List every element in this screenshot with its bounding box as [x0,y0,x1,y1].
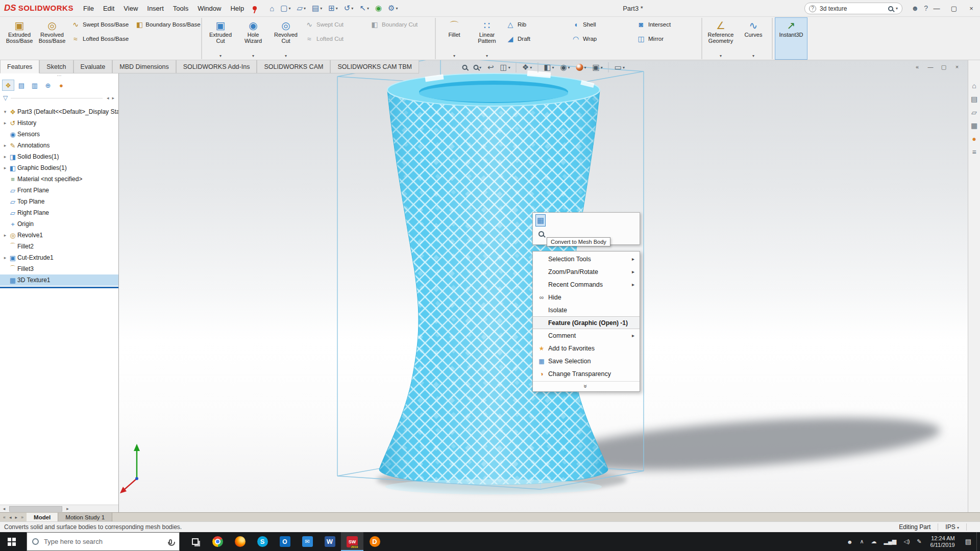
toolbar-button[interactable]: ▱▾ [294,2,308,14]
toolbar-button[interactable]: ▢▾ [278,2,293,14]
ribbon-button[interactable]: ◫ Mirror ▾ [634,32,699,46]
taskbar-app[interactable] [184,532,206,551]
ribbon-button[interactable]: ◖ Shell ▾ [569,17,634,32]
view-tool-button[interactable]: ▾ [516,62,517,72]
taskbar-search[interactable] [27,532,180,551]
expand-arrow-icon[interactable]: ▸ [2,154,8,159]
tray-button[interactable]: ▂▄▆ [880,532,900,551]
ribbon-button[interactable]: ◧ Boundary Boss/Base ▾ [134,17,199,32]
context-menu-item[interactable]: Isolate ▸ [533,304,640,316]
document-window-button[interactable]: « [912,62,923,71]
context-menu-item[interactable]: Recent Commands ▸ [533,278,640,291]
ribbon-button[interactable]: ◎ Revolved Boss/Base ▾ [36,17,68,60]
menu-item[interactable]: Window [193,0,226,17]
view-tool-button[interactable]: ↩ ▾ [485,62,497,73]
tree-root-item[interactable]: ▾ ❖ Part3 (Default<<Default>_Display Sta [0,106,118,117]
titlebar-button[interactable]: ? [924,4,928,12]
expand-arrow-icon[interactable]: ▸ [2,165,8,170]
ribbon-button[interactable]: ◠ Wrap ▾ [569,32,634,46]
ribbon-button[interactable]: ≈ Lofted Cut ▾ [302,32,368,46]
filter-icon[interactable]: ▽ [3,94,8,102]
taskbar-search-input[interactable] [43,537,165,546]
pin-icon[interactable] [253,6,257,10]
ribbon-button[interactable]: ▾ [201,18,202,59]
task-pane-tab[interactable]: ● [972,135,976,143]
context-menu-item[interactable]: ∞ Hide ▸ [533,291,640,304]
task-pane-tab[interactable]: ▱ [971,108,977,116]
ribbon-button[interactable]: ⌒ Fillet ▾ [438,17,471,60]
tree-item[interactable]: ▸ ▣ Cut-Extrude1 [0,252,118,263]
menu-item[interactable]: View [119,0,142,17]
task-pane-tab[interactable]: ⌂ [972,82,976,90]
expand-arrow-icon[interactable]: ▸ [2,255,8,260]
menu-item[interactable]: File [79,0,99,17]
model-tab[interactable]: Motion Study 1 [58,513,112,521]
ribbon-button[interactable]: ∿ Swept Cut ▾ [302,17,368,32]
show-desktop-button[interactable] [976,532,980,551]
view-tool-button[interactable]: ▭ ▾ [612,62,627,73]
tree-item[interactable]: ▸ ▦ 3D Texture1 [0,274,118,286]
tree-item[interactable]: ▸ ◧ Graphic Bodies(1) [0,162,118,173]
ribbon-button[interactable]: ◙ Intersect ▾ [634,17,699,32]
panel-grip[interactable]: ⋯ [0,73,118,79]
view-tool-button[interactable]: ▾ [608,62,609,72]
ribbon-button[interactable]: ▣ Extruded Cut ▾ [204,17,237,60]
tree-item[interactable]: ▸ ↺ History [0,117,118,129]
menu-item[interactable]: Edit [99,0,119,17]
collapse-arrow-icon[interactable]: ▾ [2,109,8,114]
tree-item[interactable]: ▸ ✎ Annotations [0,140,118,151]
toolbar-button[interactable]: ▤▾ [309,2,325,14]
task-pane-tab[interactable]: ▦ [971,121,977,130]
taskbar-app[interactable]: S [251,532,274,551]
ribbon-button[interactable]: △ Rib ▾ [503,17,569,32]
taskbar-app[interactable]: ✉ [296,532,318,551]
model-tab[interactable]: Model [27,513,58,521]
ribbon-button[interactable]: ◢ Draft ▾ [503,32,569,46]
view-tool-button[interactable]: ▾ [537,62,538,72]
featuremanager-tab[interactable]: ⊕ [42,80,54,91]
ribbon-button[interactable]: ▾ [701,18,702,59]
scroll-left-icon[interactable]: ◂ [0,506,8,511]
view-tool-button[interactable]: ▣ ▾ [590,62,605,73]
rollback-bar[interactable] [0,287,118,288]
featuremanager-tab[interactable]: ❖ [2,80,14,91]
ribbon-button[interactable]: ∿ Curves ▾ [737,17,770,60]
titlebar-button[interactable]: ☻ [911,4,919,12]
toolbar-button[interactable]: ↺▾ [341,2,356,14]
search-dropdown-icon[interactable]: ▾ [896,6,898,11]
start-button[interactable] [0,532,27,551]
scroll-right-icon[interactable]: ▸ [63,506,71,511]
ribbon-button[interactable]: ▾ [772,18,773,59]
document-window-button[interactable]: — [925,62,936,71]
commandmanager-tab[interactable]: MBD Dimensions [112,60,176,73]
window-control-button[interactable]: ▢ [945,0,963,16]
featuremanager-tab[interactable]: ▥ [29,80,41,91]
view-tool-button[interactable]: ▾ [471,63,484,71]
panel-scroll-right-icon[interactable]: ▸ [111,94,115,102]
ribbon-button[interactable]: ◉ Hole Wizard ▾ [237,17,270,60]
tree-item[interactable]: ▸ ▱ Front Plane [0,185,118,196]
tree-item[interactable]: ▸ ▱ Top Plane [0,196,118,207]
context-toolbar-button[interactable]: ▦ [535,214,546,227]
tray-button[interactable]: ∧ [856,532,867,551]
toolbar-button[interactable]: ⊞▾ [326,2,340,14]
tray-button[interactable]: ☻ [843,532,856,551]
taskbar-app[interactable]: D [363,532,386,551]
tree-item[interactable]: ▸ + Origin [0,218,118,230]
tree-item[interactable]: ▸ ⌒ Fillet3 [0,263,118,274]
toolbar-button[interactable]: ⚙▾ [385,2,400,14]
context-menu-item[interactable]: Zoom/Pan/Rotate ▸ [533,265,640,278]
ribbon-button[interactable]: ↗ Instant3D ▾ [775,17,807,60]
microphone-icon[interactable] [169,539,172,544]
featuremanager-tab[interactable]: ▤ [15,80,28,91]
tree-item[interactable]: ▸ ≡ Material <not specified> [0,173,118,185]
search-icon[interactable] [888,6,893,11]
commandmanager-tab[interactable]: SOLIDWORKS CAM TBM [330,60,419,73]
tree-item[interactable]: ▸ ◎ Revolve1 [0,230,118,241]
view-tool-button[interactable]: ▾ [574,62,589,72]
view-tool-button[interactable]: ❖ ▾ [520,62,534,73]
ribbon-button[interactable]: ◧ Boundary Cut ▾ [368,17,433,32]
units-selector[interactable]: IPS ▾ [945,523,959,531]
expand-arrow-icon[interactable]: ▸ [2,120,8,126]
ribbon-button[interactable]: ▣ Extruded Boss/Base ▾ [3,17,36,60]
